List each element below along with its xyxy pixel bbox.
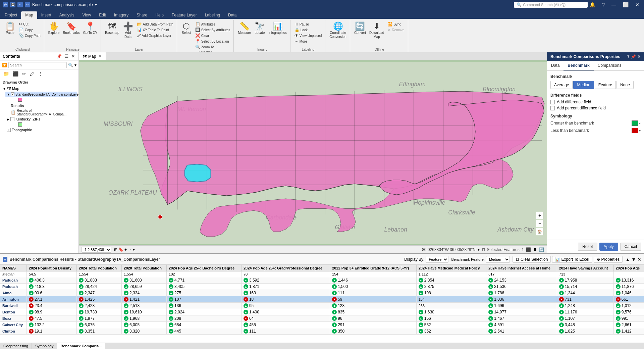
export-excel-btn[interactable]: 📊 Export To Excel — [552, 256, 592, 263]
download-map-btn[interactable]: ⬇ DownloadMap — [368, 21, 385, 40]
display-by-select[interactable]: Feature All — [426, 256, 448, 263]
add-data-btn[interactable]: ➕ AddData — [121, 21, 135, 40]
col-bachelors[interactable]: 2024 Pop Age 25+: Bachelor's Degree — [167, 265, 241, 271]
refresh-btn[interactable]: 🔄 — [539, 247, 544, 252]
home-btn[interactable]: 🏠 — [536, 228, 543, 235]
add-layer-tool[interactable]: 📁 — [2, 70, 10, 77]
bp-tab-geoprocessing[interactable]: Geoprocessing — [0, 343, 32, 349]
maximize-btn[interactable]: ⬜ — [621, 2, 631, 7]
prop-tab-comparisons[interactable]: Comparisons — [594, 61, 626, 70]
zoom-in-btn[interactable]: + — [536, 212, 543, 219]
search-btn[interactable]: 🔍 — [68, 63, 73, 67]
col-total-pop-2020[interactable]: 2020 Total Population — [122, 265, 167, 271]
resize-up-btn[interactable]: ▲ — [625, 257, 630, 262]
arrow-tool[interactable]: → — [128, 247, 132, 252]
minimize-btn[interactable]: — — [609, 2, 618, 7]
search-input[interactable] — [8, 62, 67, 68]
explore-btn[interactable]: 🖐 Explore — [47, 21, 61, 36]
more-btn[interactable]: ⋯ More — [293, 39, 323, 44]
edit-tool[interactable]: ✏ — [21, 70, 28, 77]
cut-btn[interactable]: ✂ Cut — [17, 21, 42, 27]
help-btn[interactable]: ? — [600, 2, 607, 7]
bp-tab-symbology[interactable]: Symbology — [32, 343, 57, 349]
fit-btn[interactable]: ⬛ — [526, 247, 531, 252]
measure-btn[interactable]: 📏 Measure — [236, 21, 252, 36]
prop-pin-btn[interactable]: 📌 — [631, 54, 636, 59]
command-search-box[interactable]: 🔍 Command Search (Alt+Q) — [514, 2, 588, 8]
layer-std-geo[interactable]: ▼ ✓ StandardGeographyTA_ComparisonsLayer — [5, 92, 77, 97]
group-tool[interactable]: ⬛ — [11, 70, 20, 77]
clear-selection-btn[interactable]: 🗒 Clear Selection — [513, 256, 551, 263]
tab-project[interactable]: Project — [1, 11, 21, 19]
copy-btn[interactable]: 📄 Copy — [17, 27, 42, 33]
close-panel-btn[interactable]: ✕ — [637, 257, 641, 262]
options-btn[interactable]: ☰ — [64, 54, 69, 59]
coord-dropdown[interactable]: ▾ — [478, 247, 480, 252]
grid-tool[interactable]: ⊞ — [114, 247, 117, 252]
greater-dropdown[interactable]: ▾ — [639, 121, 641, 125]
basemap-btn[interactable]: 🗺 Basemap — [104, 21, 120, 36]
prop-close-btn[interactable]: ✕ — [637, 54, 641, 59]
col-internet[interactable]: 2024 Have Internet Access at Home — [486, 265, 557, 271]
tab-map[interactable]: Map — [21, 11, 37, 19]
table-row[interactable]: Boaz▼47.5▲1,977▲1,968▲208▼64▲96▲156▲1,46… — [0, 315, 644, 322]
pause-btn[interactable]: ⏸ Pause — [293, 21, 323, 27]
add-data-from-path-btn[interactable]: 📂 Add Data From Path — [136, 21, 175, 27]
tab-labeling[interactable]: Labeling — [201, 11, 224, 19]
close-btn[interactable]: ✕ — [633, 2, 641, 7]
col-enrolled[interactable]: 2022 Pop 3+ Enrolled Grade 9-12 (ACS 5-Y… — [330, 265, 417, 271]
tab-data[interactable]: Data — [224, 11, 240, 19]
layer-topographic[interactable]: ✓ Topographic — [5, 127, 77, 133]
less-color-box[interactable] — [632, 128, 638, 133]
topo-check[interactable]: ✓ — [7, 128, 11, 132]
more-tool[interactable]: ⋮ — [37, 70, 44, 77]
diff-checkbox-1[interactable] — [550, 100, 555, 104]
locate-btn[interactable]: 🔭 Locate — [253, 21, 266, 36]
prop-tab-data[interactable]: Data — [547, 61, 564, 70]
tab-analysis[interactable]: Analysis — [55, 11, 78, 19]
pause-anim-btn[interactable]: ⏸ — [533, 247, 537, 252]
sync-btn[interactable]: 🔁 Sync — [386, 21, 406, 27]
col-names[interactable]: NAMES — [0, 265, 27, 271]
tab-share[interactable]: Share — [132, 11, 151, 19]
map-tab-close-btn[interactable]: ✕ — [99, 54, 102, 58]
prop-help-btn[interactable]: ? — [627, 54, 630, 59]
zoom-out-btn[interactable]: − — [536, 220, 543, 227]
table-row[interactable]: Almo▲90.6▲2,347▲2,334▲275▲163▲111▲198▲1,… — [0, 290, 644, 296]
convert-btn[interactable]: 🔄 Convert — [353, 21, 367, 36]
select-location-btn[interactable]: 📍 Select By Location — [194, 39, 232, 44]
apply-btn[interactable]: Apply — [599, 243, 618, 251]
tab-imagery[interactable]: Imagery — [110, 11, 132, 19]
benchmark-feature-select[interactable]: Median Average — [486, 256, 510, 263]
tab-help[interactable]: Help — [151, 11, 168, 19]
table-row[interactable]: Median54.51,5541,554102701541,112817713 — [0, 271, 644, 277]
table-row[interactable]: Paducah▲406.3▲31,883▲31,603▲4,771▲3,592▲… — [0, 277, 644, 284]
table-row[interactable]: Benton▲98.9▲19,733▲19,610▲2,024▲1,400▲83… — [0, 309, 644, 315]
tab-view[interactable]: View — [78, 11, 95, 19]
bench-average-btn[interactable]: Average — [550, 81, 573, 89]
resize-down-btn[interactable]: ▼ — [631, 257, 636, 262]
clear-btn[interactable]: ❌ Clear — [194, 33, 232, 38]
bench-none-btn[interactable]: None — [616, 81, 634, 89]
tab-feature-layer[interactable]: Feature Layer — [168, 11, 201, 19]
tab-insert[interactable]: Insert — [37, 11, 55, 19]
less-dropdown[interactable]: ▾ — [639, 129, 641, 133]
col-savings[interactable]: 2024 Have Savings Account — [557, 265, 613, 271]
add-graphics-btn[interactable]: 🖊 Add Graphics Layer — [136, 33, 175, 38]
results-item[interactable]: 📋 Results of StandardGeographyTA_Compa..… — [1, 108, 77, 116]
notification-btn[interactable]: 🔔 — [588, 2, 597, 7]
bookmarks-btn[interactable]: 🔖 Bookmarks — [62, 21, 81, 36]
attributes-btn[interactable]: 📋 Attributes — [194, 21, 232, 27]
bookmark-tool[interactable]: 🔖 — [118, 247, 123, 252]
remove-btn[interactable]: ✕ Remove — [386, 27, 406, 33]
col-total-pop-2024[interactable]: 2024 Total Population — [77, 265, 122, 271]
dropdown-tool[interactable]: ▾ — [133, 247, 135, 252]
table-row[interactable]: Bardwell▼23.4▲2,423▲2,518▲136▲95▲123263▲… — [0, 303, 644, 309]
table-row[interactable]: Calvert City▲132.2▲6,075▲6,005▲684▲455▲2… — [0, 322, 644, 328]
properties-btn[interactable]: ⚙ Properties — [594, 256, 623, 263]
col-pop-density[interactable]: 2024 Population Density — [26, 265, 76, 271]
table-row[interactable]: Clinton▼19.1▲3,351▲3,320▲445▲111▲350▲352… — [0, 328, 644, 335]
pin-btn[interactable]: 📌 — [56, 54, 63, 59]
infographics-btn[interactable]: 📊 Infographics — [267, 21, 288, 36]
zoom-to-btn[interactable]: 🔍 Zoom To — [194, 44, 232, 50]
